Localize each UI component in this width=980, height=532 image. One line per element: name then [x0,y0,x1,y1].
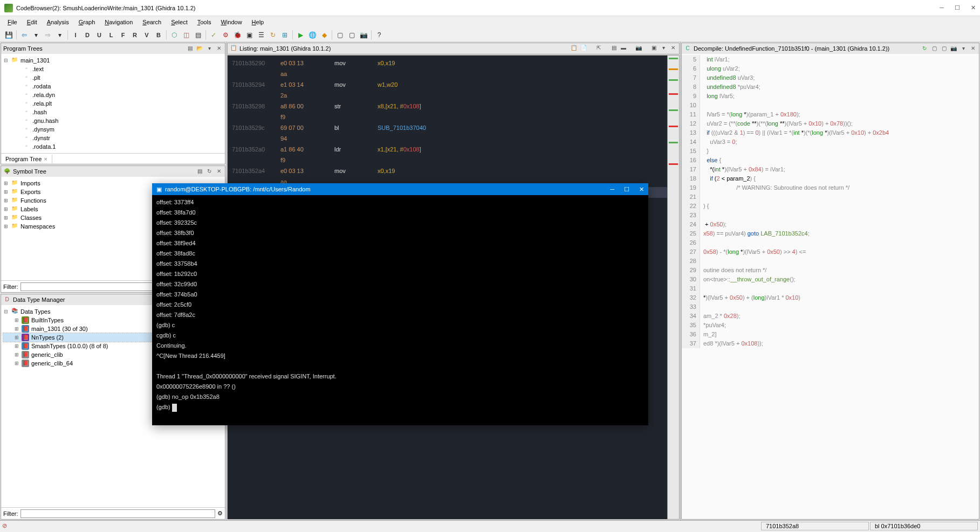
maximize-button[interactable]: ☐ [955,4,960,11]
open-icon[interactable]: 📂 [196,45,203,52]
diff-icon[interactable]: ▣ [650,45,657,52]
tree-section[interactable]: ▫.dynstr [3,134,223,142]
config-icon[interactable]: ▤ [196,168,203,175]
forward-icon[interactable]: ⇨ [43,30,53,40]
export-icon[interactable]: ▢ [930,45,938,52]
tree-root[interactable]: ⊟📁main_1301 [3,56,223,65]
type-l-icon[interactable]: L [106,30,116,40]
decompile-line[interactable]: 34am_2 * 0x28); [682,312,979,321]
page-icon[interactable]: ▢ [334,30,345,40]
snapshot-icon[interactable]: 📷 [358,30,369,40]
type-d-icon[interactable]: D [82,30,93,40]
filter-config-icon[interactable]: ⚙ [217,510,223,517]
decompile-line[interactable]: 37ed8 *)(lVar5 + 0x108)); [682,339,979,348]
decompile-line[interactable]: 10 [682,101,979,110]
close-button[interactable]: ✕ [971,4,976,11]
dropdown-icon[interactable]: ▾ [205,45,213,52]
close-panel-icon[interactable]: ✕ [215,168,223,175]
chart-icon[interactable]: ◫ [181,30,191,40]
table-icon[interactable]: ▤ [193,30,203,40]
asm-line[interactable]: 7101b35294e1 03 14movw1,w20 [232,79,675,90]
save-icon[interactable]: 💾 [3,30,14,40]
tree-section[interactable]: ▫.rela.dyn [3,91,223,99]
menu-edit[interactable]: Edit [23,18,42,26]
tree-section[interactable]: ▫.rela.plt [3,99,223,108]
decompile-line[interactable]: 17 *(int *)(lVar5 + 0x84) = iVar1; [682,165,979,174]
decompile-line[interactable]: 22) { [682,202,979,211]
copy-icon[interactable]: 📋 [570,45,578,52]
refresh-icon[interactable]: ↻ [268,30,278,40]
snapshot-icon[interactable]: 📷 [950,45,957,52]
decompile-line[interactable]: 26 [682,238,979,247]
decompile-line[interactable]: 36m_2] [682,330,979,339]
type-i-icon[interactable]: I [70,30,81,40]
help-icon[interactable]: ? [374,30,385,40]
decompile-view[interactable]: 5 int iVar1;6 ulong uVar2;7 undefined8 u… [682,54,979,519]
dropdown-icon[interactable]: ▾ [54,30,65,40]
decompile-line[interactable]: 24 + 0x50); [682,220,979,229]
terminal-output[interactable]: offset: 3373ff4offset: 38fa7d0offset: 39… [152,195,648,414]
diamond-icon[interactable]: ◆ [319,30,330,40]
asm-line[interactable]: 7101b35298a8 86 00strx8,[x21, #0x108] [232,101,675,112]
decompile-line[interactable]: 16 else { [682,156,979,165]
asm-line[interactable]: 7101b352a4e0 03 13movx0,x19 [232,165,675,176]
tree-section[interactable]: ▫.plt [3,73,223,82]
asm-line[interactable]: f9 [232,155,675,165]
type-b-icon[interactable]: B [153,30,164,40]
tree-section[interactable]: ▫.hash [3,108,223,116]
decompile-line[interactable]: 5 int iVar1; [682,55,979,64]
menu-analysis[interactable]: Analysis [43,18,73,26]
fields-icon[interactable]: ▬ [620,45,627,52]
grid-icon[interactable]: ⊞ [279,30,290,40]
decompile-line[interactable]: 23 [682,211,979,220]
menu-icon[interactable]: ▾ [960,45,967,52]
tree-section[interactable]: ▫.rodata.1 [3,142,223,151]
terminal-window[interactable]: ▣ random@DESKTOP-PLOBGPB: /mnt/c/Users/R… [152,183,648,425]
asm-line[interactable]: 7101b3529c69 07 00blSUB_7101b37040 [232,122,675,133]
refresh-icon[interactable]: ↻ [921,45,928,52]
debug-icon[interactable]: ▢ [940,45,948,52]
dropdown-icon[interactable]: ▾ [31,30,42,40]
paste-icon[interactable]: 📄 [580,45,587,52]
close-panel-icon[interactable]: ✕ [215,45,223,52]
stop-icon[interactable]: ⊘ [2,522,7,529]
type-r-icon[interactable]: R [129,30,140,40]
menu-navigation[interactable]: Navigation [100,18,137,26]
asm-line[interactable]: 7101b352a0a1 86 40ldrx1,[x21, #0x108] [232,144,675,155]
dtm-filter-input[interactable] [20,509,216,518]
menu-tools[interactable]: Tools [193,18,216,26]
menu-window[interactable]: Window [216,18,246,26]
decompile-line[interactable]: 7 undefined8 uVar3; [682,73,979,82]
asm-line[interactable]: 7101b35290e0 03 13movx0,x19 [232,58,675,68]
toggle-icon[interactable]: ▤ [610,45,618,52]
check-icon[interactable]: ✓ [208,30,219,40]
back-icon[interactable]: ⇦ [19,30,30,40]
snapshot-icon[interactable]: 📷 [635,45,642,52]
asm-line[interactable]: 2a [232,90,675,101]
terminal-minimize-button[interactable]: ─ [610,186,614,193]
close-panel-icon[interactable]: ✕ [969,45,977,52]
decompile-line[interactable]: 25x58) == puVar4) goto LAB_7101b352c4; [682,229,979,238]
minimize-button[interactable]: ─ [940,4,944,11]
decompile-line[interactable]: 270x58) - *(long *)(lVar5 + 0x50) >> 4) … [682,247,979,257]
page2-icon[interactable]: ▢ [346,30,357,40]
decompile-line[interactable]: 35*puVar4; [682,321,979,330]
tree-section[interactable]: ▫.rodata [3,82,223,91]
decompile-line[interactable]: 18 if (2 < param_2) { [682,174,979,183]
graph-icon[interactable]: ⬡ [169,30,180,40]
type-u-icon[interactable]: U [94,30,105,40]
decompile-line[interactable]: 6 ulong uVar2; [682,64,979,73]
play-icon[interactable]: ▶ [295,30,306,40]
type-v-icon[interactable]: V [141,30,152,40]
decompile-line[interactable]: 21 [682,192,979,202]
menu-icon[interactable]: ▾ [660,45,667,52]
terminal-titlebar[interactable]: ▣ random@DESKTOP-PLOBGPB: /mnt/c/Users/R… [152,183,648,195]
gear-icon[interactable]: ⚙ [220,30,231,40]
decompile-line[interactable]: 14 uVar3 = 0; [682,137,979,147]
decompile-line[interactable]: 8 undefined8 *puVar4; [682,82,979,92]
asm-line[interactable]: aa [232,68,675,79]
decompile-line[interactable]: 31 [682,284,979,293]
decompile-line[interactable]: 12 uVar2 = (**(code **)(**(long **)(lVar… [682,119,979,128]
decompile-line[interactable]: 32*)(lVar5 + 0x50) + (long)iVar1 * 0x10) [682,293,979,302]
bug-icon[interactable]: 🐞 [232,30,243,40]
